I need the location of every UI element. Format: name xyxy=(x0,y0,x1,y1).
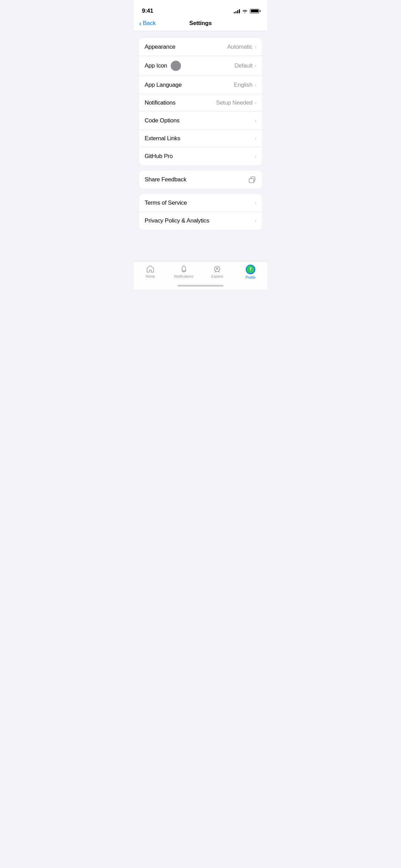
status-bar: 9:41 xyxy=(134,0,267,17)
tab-notifications[interactable]: Notifications xyxy=(167,265,201,278)
back-chevron-icon: ‹ xyxy=(139,20,142,27)
chevron-right-icon: › xyxy=(255,200,256,206)
settings-row-notifications[interactable]: Notifications Setup Needed › xyxy=(139,94,262,112)
back-label: Back xyxy=(143,20,156,27)
svg-line-3 xyxy=(219,272,219,272)
tab-profile[interactable]: T Profile xyxy=(234,265,268,279)
settings-row-code-options[interactable]: Code Options › xyxy=(139,112,262,130)
notifications-label: Notifications xyxy=(145,99,175,106)
chevron-right-icon: › xyxy=(255,135,256,142)
tab-explore[interactable]: Explore xyxy=(200,265,234,278)
settings-content: Appearance Automatic › App Icon Default … xyxy=(134,31,267,254)
settings-row-terms[interactable]: Terms of Service › xyxy=(139,194,262,212)
app-icon-label: App Icon xyxy=(145,62,167,69)
chevron-right-icon: › xyxy=(255,153,256,159)
battery-icon xyxy=(250,9,259,13)
explore-icon xyxy=(213,265,221,273)
privacy-label: Privacy Policy & Analytics xyxy=(145,217,209,224)
chevron-right-icon: › xyxy=(255,82,256,88)
chevron-right-icon: › xyxy=(255,44,256,50)
share-feedback-icon xyxy=(248,176,256,184)
share-feedback-label: Share Feedback xyxy=(145,176,186,183)
signal-icon xyxy=(234,9,240,13)
wifi-icon xyxy=(242,9,248,13)
code-options-label: Code Options xyxy=(145,117,180,124)
status-time: 9:41 xyxy=(142,8,153,14)
appearance-value: Automatic xyxy=(227,44,253,50)
tab-profile-label: Profile xyxy=(246,276,256,279)
nav-bar: ‹ Back Settings xyxy=(134,17,267,31)
tab-explore-label: Explore xyxy=(211,275,223,278)
svg-rect-0 xyxy=(249,179,254,183)
notifications-value: Setup Needed xyxy=(216,99,252,106)
settings-row-github-pro[interactable]: GitHub Pro › xyxy=(139,147,262,165)
settings-row-app-language[interactable]: App Language English › xyxy=(139,76,262,94)
appearance-label: Appearance xyxy=(145,44,175,50)
home-indicator xyxy=(178,285,223,287)
chevron-right-icon: › xyxy=(255,218,256,224)
tab-home-label: Home xyxy=(146,275,155,278)
app-language-value: English xyxy=(234,82,252,88)
tab-home[interactable]: Home xyxy=(134,265,167,278)
app-icon-value: Default xyxy=(234,62,252,69)
status-icons xyxy=(234,9,259,13)
settings-row-appearance[interactable]: Appearance Automatic › xyxy=(139,38,262,56)
chevron-right-icon: › xyxy=(255,100,256,106)
back-button[interactable]: ‹ Back xyxy=(139,20,156,27)
chevron-right-icon: › xyxy=(255,118,256,124)
settings-row-privacy[interactable]: Privacy Policy & Analytics › xyxy=(139,212,262,230)
app-language-label: App Language xyxy=(145,82,182,88)
settings-row-external-links[interactable]: External Links › xyxy=(139,130,262,147)
settings-row-share-feedback[interactable]: Share Feedback xyxy=(139,171,262,189)
page-title: Settings xyxy=(189,20,211,27)
svg-line-2 xyxy=(215,272,216,272)
profile-avatar: T xyxy=(246,265,255,274)
terms-label: Terms of Service xyxy=(145,200,187,206)
settings-group-feedback: Share Feedback xyxy=(139,171,262,189)
settings-group-legal: Terms of Service › Privacy Policy & Anal… xyxy=(139,194,262,230)
external-links-label: External Links xyxy=(145,135,180,142)
notifications-icon xyxy=(180,265,188,273)
app-icon-preview xyxy=(171,61,181,71)
github-pro-label: GitHub Pro xyxy=(145,153,173,160)
tab-notifications-label: Notifications xyxy=(174,275,193,278)
settings-group-main: Appearance Automatic › App Icon Default … xyxy=(139,38,262,165)
home-icon xyxy=(146,265,155,273)
chevron-right-icon: › xyxy=(255,63,256,69)
settings-row-app-icon[interactable]: App Icon Default › xyxy=(139,56,262,76)
